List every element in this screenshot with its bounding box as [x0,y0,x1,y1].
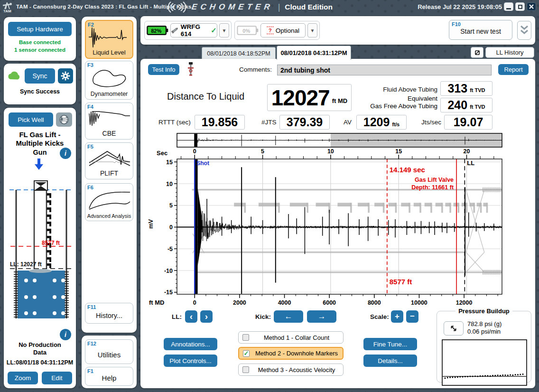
fcard-caption: Liquid Level [86,49,132,56]
ll-history-button[interactable]: LL History [485,47,534,58]
app-title: TAM - Canonsburg 2-Day Class 2023 : FL G… [16,4,192,9]
method-2-checkbox[interactable]: ✓ Method 2 - Downhole Markers [238,347,344,360]
f10-key-label: F10 [452,21,461,27]
zoom-button[interactable]: Zoom [8,372,38,384]
comments-input[interactable] [277,65,492,75]
pick-well-button[interactable]: Pick Well [9,112,53,127]
svg-text:8577 ft: 8577 ft [390,278,412,286]
report-button[interactable]: Report [498,64,529,75]
ll-next-button[interactable]: › [200,310,213,323]
edit-button[interactable]: Edit [42,372,72,384]
ll-prev-button[interactable]: ‹ [185,310,197,323]
fcard-caption: Advanced Analysis [85,213,133,219]
ll-nav-label: LL: [172,313,182,320]
utility-panel: F12 Utilities F1 Help [82,336,137,388]
wellhead-icon[interactable] [186,62,195,76]
svg-text:LL: LL [467,159,474,167]
gun-name: WRFG 614 [181,23,210,37]
kick-next-button[interactable]: → [307,310,336,323]
maximize-icon [518,5,522,9]
tab-plift[interactable]: F5 PLIFT [85,142,133,179]
brand-separator: | [278,2,280,12]
plot-controls-button[interactable]: Plot Controls... [164,355,217,367]
fluid-above-tubing-value: 313 [447,82,467,95]
method-1-checkbox[interactable]: Method 1 - Collar Count [238,331,344,344]
svg-text:mV: mV [147,219,154,229]
close-button[interactable] [527,2,536,11]
svg-text:12000: 12000 [456,299,473,306]
fine-tune-button[interactable]: Fine Tune... [363,338,417,350]
gas-free-above-tubing-unit: ft TVD [470,104,485,110]
chart-expand-button[interactable] [471,47,483,58]
fcard-caption: Dynamometer [85,91,133,97]
pressure-expand-button[interactable] [444,321,464,336]
checkbox-icon [242,334,249,341]
pressure-buildup-chart[interactable] [442,339,527,386]
av-unit: ft/s [392,121,400,127]
production-info-button[interactable]: i [60,329,71,340]
tab-liquid-level[interactable]: F2 Liquid Level [85,20,133,59]
svg-text:Shot: Shot [196,160,209,167]
start-new-test-label: Start new test [460,28,501,35]
tam-logo-icon: TAM [2,1,15,13]
plift-icon [88,149,131,169]
sync-settings-button[interactable] [58,68,73,84]
optional-dropdown-button[interactable]: ▼ [307,23,317,37]
battery-icon-disabled: 0% [237,25,259,36]
gas-gun-icon [171,26,178,35]
cbe-icon [88,109,131,130]
sync-button[interactable]: Sync [25,68,55,84]
details-button[interactable]: Details... [363,355,417,367]
history-button[interactable]: F11 History... [85,303,133,324]
production-status: No Production Data [13,341,66,357]
well-info-button[interactable]: i [60,148,71,159]
close-icon [529,4,534,9]
toolbar: 82% WRFG 614 ✓ ▼ 0% ? Optional ▼ F10 [140,16,535,45]
brand-logo: ECHOMETER | Cloud Edition [167,0,333,14]
scale-plus-button[interactable]: + [391,310,403,323]
setup-hardware-button[interactable]: Setup Hardware [8,22,72,36]
pressure-buildup-title: Pressure Buildup [455,308,512,315]
title-bar: TAM TAM - Canonsburg 2-Day Class 2023 : … [0,0,539,14]
comments-label: Comments: [239,66,272,73]
toolbar-expand-button[interactable] [517,21,531,40]
method-3-checkbox[interactable]: Method 3 - Acoustic Velocity [238,364,344,376]
minimize-button[interactable] [504,2,513,11]
cloud-icon [7,70,22,82]
tab-current-test[interactable]: 08/01/2018 04:31:12PM [277,46,351,60]
base-status: Base connected [4,39,76,47]
utilities-button[interactable]: F12 Utilities [85,339,133,364]
gun-dropdown-button[interactable]: ▼ [219,23,229,37]
pressure-buildup-svg [442,339,527,386]
fkey-label: F1 [87,368,93,374]
acoustic-chart[interactable]: Sec05101520ShotLL14.149 secGas Lift Valv… [146,131,507,308]
tab-previous-test[interactable]: 08/01/2018 04:18:52PM [202,47,276,60]
kick-prev-button[interactable]: ← [274,310,303,323]
well-panel: Pick Well FL Gas Lift - Multiple Kicks G… [4,108,76,388]
start-new-test-button[interactable]: F10 Start new test [449,20,512,40]
help-button[interactable]: F1 Help [85,367,133,386]
svg-text:15: 15 [395,148,402,155]
maximize-button[interactable] [515,2,525,11]
svg-text:0: 0 [169,224,173,231]
gun-ok-icon: ✓ [211,26,217,35]
tab-advanced-analysis[interactable]: F6 Advanced Analysis [85,183,133,221]
checkbox-icon [242,366,249,373]
jts-sec-label: Jts/sec [421,119,441,126]
svg-text:14.149 sec: 14.149 sec [390,166,425,174]
annotations-button[interactable]: Annotations... [164,338,217,350]
test-info-button[interactable]: Test Info [148,64,179,75]
av-label: AV [344,119,352,126]
svg-text:TAM: TAM [3,9,11,13]
tab-dynamometer[interactable]: F3 Dynamometer [85,61,133,100]
optional-sensor-selector[interactable]: ? Optional [260,23,305,37]
svg-text:15: 15 [166,159,173,166]
well-map-button[interactable] [56,112,72,127]
scale-minus-button[interactable]: − [406,310,418,323]
gun-selector[interactable]: WRFG 614 ✓ [170,23,217,37]
well-name: FL Gas Lift - Multiple Kicks [7,131,73,148]
rttt-value: 19.856 [202,115,238,129]
pressure-value: 782.8 psi (g) [467,320,502,327]
sensor-status: 1 sensor connected [4,47,76,54]
tab-cbe[interactable]: F4 CBE [85,103,133,140]
